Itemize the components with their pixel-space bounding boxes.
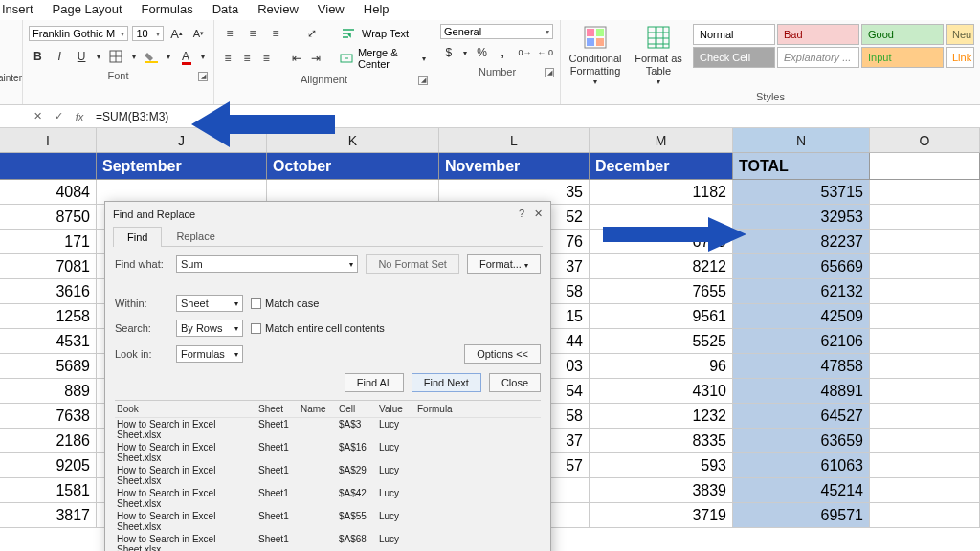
alignment-dialog-launcher-icon[interactable]: ◢ (418, 76, 428, 85)
cell-m[interactable]: 8212 (590, 254, 733, 279)
result-row[interactable]: How to Search in Excel Sheet.xlsxSheet1$… (115, 533, 541, 551)
orientation-icon[interactable]: ⤢ (302, 24, 322, 43)
align-center-icon[interactable]: ≡ (239, 49, 255, 68)
number-format-combo[interactable]: General▾ (440, 24, 553, 39)
cell-n-total[interactable]: 62132 (733, 279, 870, 304)
cell-i[interactable]: 4531 (0, 329, 97, 354)
style-neutral[interactable]: Neu (946, 24, 974, 45)
cell-i[interactable]: 889 (0, 379, 97, 404)
col-header-l[interactable]: L (439, 128, 590, 152)
increase-font-icon[interactable]: A▴ (167, 24, 186, 43)
cell-n-total[interactable]: 64527 (733, 404, 870, 429)
cell-i[interactable]: 3817 (0, 503, 97, 528)
cell-m[interactable]: 1182 (590, 180, 733, 205)
results-col-formula[interactable]: Formula (417, 404, 541, 414)
font-family-combo[interactable]: Franklin Gothic M▾ (29, 26, 128, 41)
options-button[interactable]: Options << (464, 344, 541, 364)
month-o-blank[interactable] (870, 153, 980, 180)
cell-o[interactable] (870, 205, 980, 230)
cell-n-total[interactable]: 62106 (733, 329, 870, 354)
cell-i[interactable]: 2186 (0, 429, 97, 453)
cell-o[interactable] (870, 354, 980, 379)
cell-o[interactable] (870, 180, 980, 205)
cell-n-total[interactable]: 48891 (733, 379, 870, 404)
find-next-button[interactable]: Find Next (412, 373, 481, 392)
style-explanatory[interactable]: Explanatory ... (777, 47, 859, 68)
format-button[interactable]: Format... ▾ (467, 254, 541, 274)
col-header-m[interactable]: M (590, 128, 733, 152)
align-top-icon[interactable]: ≡ (220, 24, 239, 43)
cell-i[interactable]: 1258 (0, 304, 97, 329)
cell-i[interactable]: 171 (0, 230, 97, 254)
result-row[interactable]: How to Search in Excel Sheet.xlsxSheet1$… (115, 441, 541, 464)
menu-view[interactable]: View (318, 2, 345, 16)
cell-o[interactable] (870, 254, 980, 279)
style-input[interactable]: Input (861, 47, 944, 68)
find-all-button[interactable]: Find All (345, 373, 404, 392)
result-row[interactable]: How to Search in Excel Sheet.xlsxSheet1$… (115, 510, 541, 533)
font-color-button[interactable]: A (177, 47, 195, 66)
cell-m[interactable]: 4310 (590, 379, 733, 404)
cell-n-total[interactable]: 65669 (733, 254, 870, 279)
cell-n-total[interactable]: 82237 (733, 230, 870, 254)
month-blank[interactable] (0, 153, 97, 180)
col-header-i[interactable]: I (0, 128, 97, 152)
align-left-icon[interactable]: ≡ (220, 49, 235, 68)
cell-i[interactable]: 7638 (0, 404, 97, 429)
cell-o[interactable] (870, 304, 980, 329)
font-size-combo[interactable]: 10▾ (132, 26, 164, 41)
results-col-value[interactable]: Value (379, 404, 417, 414)
cell-m[interactable]: 3839 (590, 478, 733, 503)
within-combo[interactable]: Sheet ▾ (176, 295, 243, 312)
bold-button[interactable]: B (29, 47, 47, 66)
cell-o[interactable] (870, 379, 980, 404)
font-dialog-launcher-icon[interactable]: ◢ (198, 72, 208, 81)
decrease-indent-icon[interactable]: ⇤ (289, 49, 304, 68)
format-as-table-button[interactable]: Format as Table ▾ (630, 24, 687, 87)
percent-format-icon[interactable]: % (474, 43, 491, 62)
results-col-cell[interactable]: Cell (339, 404, 379, 414)
cell-n-total[interactable]: 45214 (733, 478, 870, 503)
style-bad[interactable]: Bad (777, 24, 859, 45)
accounting-format-icon[interactable]: $ (440, 43, 457, 62)
cell-i[interactable]: 1581 (0, 478, 97, 503)
cancel-formula-icon[interactable]: ✕ (27, 106, 48, 127)
underline-dropdown-icon[interactable]: ▾ (95, 47, 103, 66)
dialog-titlebar[interactable]: Find and Replace ? ✕ (105, 202, 550, 226)
results-col-book[interactable]: Book (115, 404, 258, 414)
results-col-name[interactable]: Name (301, 404, 339, 414)
cell-m[interactable]: 593 (590, 453, 733, 478)
wrap-text-button[interactable]: Wrap Text (362, 28, 409, 39)
cell-i[interactable]: 3616 (0, 279, 97, 304)
cell-o[interactable] (870, 453, 980, 478)
col-header-n[interactable]: N (733, 128, 870, 152)
borders-dropdown-icon[interactable]: ▾ (129, 47, 138, 66)
cell-m[interactable]: 8335 (590, 429, 733, 453)
accounting-dropdown-icon[interactable]: ▾ (461, 43, 470, 62)
cell-n-total[interactable]: 42509 (733, 304, 870, 329)
menu-review[interactable]: Review (257, 2, 299, 16)
help-icon[interactable]: ? (519, 208, 524, 220)
menu-data[interactable]: Data (212, 2, 238, 16)
tab-find[interactable]: Find (113, 227, 162, 247)
style-linked[interactable]: Link (946, 47, 974, 68)
month-november[interactable]: November (439, 153, 590, 180)
result-row[interactable]: How to Search in Excel Sheet.xlsxSheet1$… (115, 464, 541, 487)
italic-button[interactable]: I (51, 47, 69, 66)
cell-o[interactable] (870, 329, 980, 354)
cell-o[interactable] (870, 404, 980, 429)
increase-decimal-icon[interactable]: .0→ (515, 43, 533, 62)
cell-m[interactable]: 5525 (590, 329, 733, 354)
conditional-formatting-button[interactable]: Conditional Formatting ▾ (567, 24, 624, 87)
month-october[interactable]: October (267, 153, 439, 180)
cell-i[interactable]: 4084 (0, 180, 97, 205)
cell-o[interactable] (870, 503, 980, 528)
merge-dropdown-icon[interactable]: ▾ (420, 49, 428, 68)
cell-n-total[interactable]: 53715 (733, 180, 870, 205)
style-good[interactable]: Good (861, 24, 944, 45)
align-middle-icon[interactable]: ≡ (243, 24, 262, 43)
cell-o[interactable] (870, 230, 980, 254)
month-december[interactable]: December (590, 153, 733, 180)
merge-center-button[interactable]: Merge & Center (358, 47, 416, 70)
align-bottom-icon[interactable]: ≡ (266, 24, 285, 43)
